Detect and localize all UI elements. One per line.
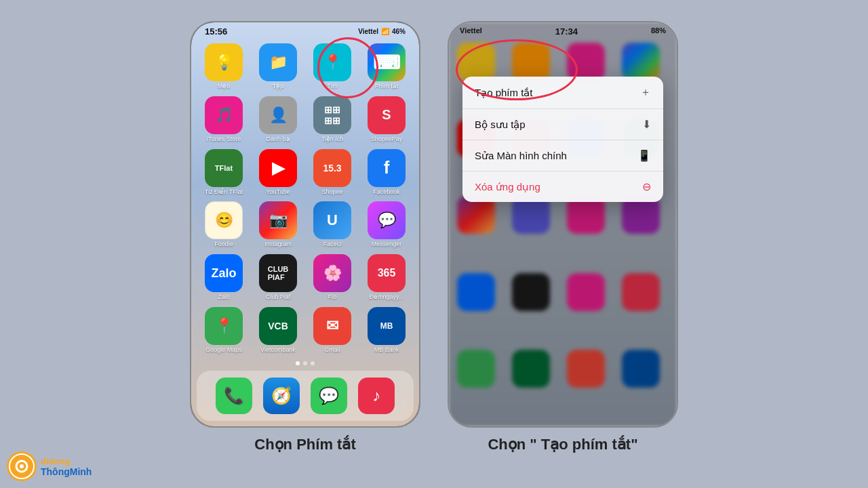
dock-icon-music[interactable]: ♪ <box>358 378 395 414</box>
app-messenger[interactable]: 💬 Messenger <box>362 201 411 249</box>
app-icon-tep[interactable]: 📁 <box>259 43 297 81</box>
left-status-bar: 15:56 Viettel 📶 46% <box>191 22 419 39</box>
app-icon-tflat[interactable]: TFlat <box>205 149 243 187</box>
app-instagram[interactable]: 📷 Instagram <box>254 201 302 249</box>
blur-app-shortcuts-right <box>622 43 660 81</box>
blur-app-18 <box>512 350 550 388</box>
menu-item-delete-app[interactable]: Xóa ứng dụng ⊖ <box>462 171 663 202</box>
dock-safari[interactable]: 🧭 <box>263 378 300 414</box>
app-icon-365[interactable]: 365 <box>368 254 406 292</box>
app-label-zalo: Zalo <box>218 293 230 300</box>
app-icon-contacts[interactable]: 👤 <box>259 96 297 134</box>
app-icon-mbbank[interactable]: MB <box>368 307 406 345</box>
app-icon-youtube[interactable]: ▶ <box>259 149 297 187</box>
app-meo[interactable]: 💡 Mẹo <box>199 43 248 91</box>
app-zalo[interactable]: Zalo Zalo <box>199 254 248 302</box>
dock-icon-phone[interactable]: 📞 <box>216 378 252 414</box>
dot-2 <box>303 361 307 365</box>
app-icon-itunes[interactable]: 🎵 <box>205 96 243 134</box>
blur-app-17 <box>457 350 495 388</box>
blur-app-16 <box>622 273 660 311</box>
app-icon-vietcombank[interactable]: VCB <box>259 307 297 345</box>
app-vietcombank[interactable]: VCB Vietcombank <box>254 307 302 354</box>
app-icon-flo[interactable]: 🌸 <box>313 254 351 292</box>
app-icon-facebook[interactable]: f <box>368 149 406 187</box>
left-phone: 15:56 Viettel 📶 46% 💡 Mẹo 📁 Tệp <box>190 21 420 428</box>
app-icon-shopeepay[interactable]: S <box>368 96 406 134</box>
brand-text: didong ThôngMinh <box>41 456 92 477</box>
app-icon-clubpiaf[interactable]: CLUBPIAF <box>259 254 297 292</box>
app-label-messenger: Messenger <box>372 241 402 247</box>
menu-label-collection: Bộ sưu tập <box>475 119 526 131</box>
app-mbbank[interactable]: MB MB Bank <box>362 307 411 354</box>
right-status-carrier: Viettel <box>460 26 482 37</box>
blur-app-14 <box>512 273 550 311</box>
app-googlemaps[interactable]: 📍 Google Maps <box>199 307 248 354</box>
app-label-vietcombank: Vietcombank <box>260 346 296 353</box>
app-tflat[interactable]: TFlat Từ Điển TFlat <box>199 149 248 197</box>
app-grid: 💡 Mẹo 📁 Tệp 📍 Tìm ⌨ Phím tắt 🎵 <box>191 39 419 359</box>
app-icon-gmail[interactable]: ✉ <box>313 307 351 345</box>
app-tep[interactable]: 📁 Tệp <box>254 43 302 91</box>
menu-icon-collection: ⬇ <box>642 118 651 131</box>
app-utilities[interactable]: ⊞⊞⊞⊞ Tiện ích <box>308 96 357 144</box>
app-label-flo: Flo <box>328 293 337 300</box>
app-label-gmail: Gmail <box>324 346 340 353</box>
app-label-utilities: Tiện ích <box>321 136 344 142</box>
context-menu-circle-highlight <box>456 39 578 100</box>
dock-icon-safari[interactable]: 🧭 <box>263 378 300 414</box>
app-icon-foodie[interactable]: 😊 <box>205 201 243 239</box>
app-label-facebook: Facebook <box>373 188 400 195</box>
app-label-faceu: FaceU <box>323 241 342 247</box>
app-foodie[interactable]: 😊 Foodie <box>199 201 248 249</box>
app-icon-meo[interactable]: 💡 <box>205 43 243 81</box>
app-shopeepay[interactable]: S ShopeePay <box>362 96 411 144</box>
app-gmail[interactable]: ✉ Gmail <box>308 307 357 354</box>
app-icon-shopee[interactable]: 15.3 <box>313 149 351 187</box>
blur-app-20 <box>622 350 660 388</box>
menu-item-collection[interactable]: Bộ sưu tập ⬇ <box>462 109 663 140</box>
wifi-icon: 📶 <box>381 28 389 35</box>
app-clubpiaf[interactable]: CLUBPIAF Club Piaf <box>254 254 302 302</box>
app-flo[interactable]: 🌸 Flo <box>308 254 357 302</box>
app-label-tflat: Từ Điển TFlat <box>205 188 243 195</box>
app-icon-messenger[interactable]: 💬 <box>368 201 406 239</box>
brand-logo <box>7 451 37 481</box>
menu-label-delete: Xóa ứng dụng <box>475 181 540 193</box>
app-label-itunes: iTunes Store <box>207 136 241 142</box>
brand-name2: ThôngMinh <box>41 466 92 477</box>
right-status-time: 17:34 <box>555 26 578 37</box>
menu-label-edit: Sửa Màn hình chính <box>475 150 567 162</box>
app-365[interactable]: 365 Đếmngayy... <box>362 254 411 302</box>
app-youtube[interactable]: ▶ YouTube <box>254 149 302 197</box>
app-icon-utilities[interactable]: ⊞⊞⊞⊞ <box>313 96 351 134</box>
left-phone-panel: 15:56 Viettel 📶 46% 💡 Mẹo 📁 Tệp <box>190 21 420 453</box>
app-label-shortcuts: Phím tắt <box>375 83 399 89</box>
app-label-tep: Tệp <box>273 83 284 89</box>
app-faceu[interactable]: U FaceU <box>308 201 357 249</box>
main-container: 15:56 Viettel 📶 46% 💡 Mẹo 📁 Tệp <box>190 21 678 453</box>
app-contacts[interactable]: 👤 Danh bạ <box>254 96 302 144</box>
blur-app-19 <box>567 350 605 388</box>
app-icon-instagram[interactable]: 📷 <box>259 201 297 239</box>
blur-app-13 <box>457 273 495 311</box>
app-label-instagram: Instagram <box>264 241 292 247</box>
right-phone-label: Chọn " Tạo phím tắt" <box>488 436 637 453</box>
app-label-youtube: YouTube <box>266 188 290 195</box>
app-icon-googlemaps[interactable]: 📍 <box>205 307 243 345</box>
app-icon-faceu[interactable]: U <box>313 201 351 239</box>
branding-section: didong ThôngMinh <box>7 451 92 481</box>
app-shopee[interactable]: 15.3 Shopee <box>308 149 357 197</box>
dock-music[interactable]: ♪ <box>358 378 395 414</box>
page-dots <box>191 359 419 368</box>
app-itunes[interactable]: 🎵 iTunes Store <box>199 96 248 144</box>
dock-messages[interactable]: 💬 <box>311 378 347 414</box>
dock-icon-messages[interactable]: 💬 <box>311 378 347 414</box>
app-facebook[interactable]: f Facebook <box>362 149 411 197</box>
menu-item-edit-homescreen[interactable]: Sửa Màn hình chính 📱 <box>462 140 663 171</box>
dock-phone[interactable]: 📞 <box>216 378 252 414</box>
menu-icon-delete: ⊖ <box>642 180 651 193</box>
right-phone: Viettel 17:34 88% Tạo phím tắt ＋ Bộ sưu … <box>448 21 678 428</box>
app-icon-zalo[interactable]: Zalo <box>205 254 243 292</box>
app-label-meo: Mẹo <box>218 83 231 89</box>
